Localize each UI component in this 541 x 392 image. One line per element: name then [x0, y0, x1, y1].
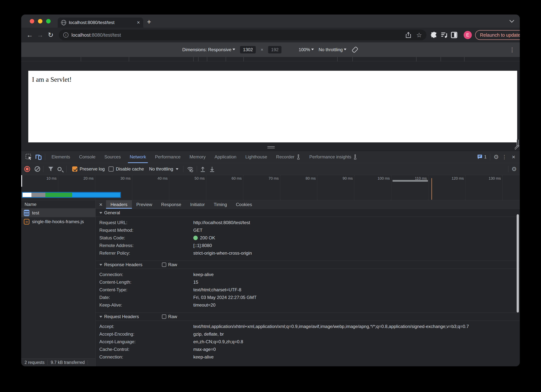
clear-network-log-icon[interactable]	[35, 166, 40, 172]
details-tab-headers[interactable]: Headers	[106, 200, 132, 209]
tab-lighthouse[interactable]: Lighthouse	[241, 151, 272, 163]
share-icon[interactable]	[406, 32, 411, 38]
request-row-script[interactable]: ‹› single-file-hooks-frames.js	[21, 217, 95, 226]
request-list-name-header[interactable]: Name	[21, 200, 95, 209]
import-har-icon[interactable]	[200, 166, 206, 172]
profile-avatar[interactable]: E	[464, 31, 472, 39]
devtools-close-icon[interactable]: ×	[510, 154, 517, 160]
details-close-icon[interactable]: ×	[96, 200, 106, 209]
viewport-corner-resize-handle[interactable]	[515, 145, 520, 150]
filter-funnel-icon[interactable]	[48, 166, 54, 172]
devtools-settings-gear-icon[interactable]: ⚙	[494, 153, 499, 160]
tab-sources[interactable]: Sources	[100, 151, 125, 163]
media-controls-icon[interactable]	[441, 32, 451, 38]
zoom-select[interactable]: 100%	[299, 47, 314, 52]
rotate-viewport-icon[interactable]	[351, 46, 359, 53]
section-response-headers[interactable]: Response Headers Raw	[99, 261, 520, 269]
tab-performance[interactable]: Performance	[151, 151, 185, 163]
viewport-width-input[interactable]: 1302	[240, 46, 256, 53]
section-collapse-triangle-icon[interactable]	[99, 316, 102, 319]
tab-search-chevron-icon[interactable]	[509, 18, 514, 22]
globe-icon	[61, 20, 66, 25]
details-tab-initiator[interactable]: Initiator	[186, 200, 209, 209]
request-details-panel: × Headers Preview Response Initiator Tim…	[96, 200, 520, 366]
network-overview-timeline[interactable]: 10 ms 20 ms 30 ms 40 ms 50 ms 60 ms 70 m…	[21, 175, 520, 200]
device-toolbar-menu-icon[interactable]: ⋮	[509, 47, 515, 53]
details-tab-response[interactable]: Response	[157, 200, 186, 209]
site-info-icon[interactable]: i	[63, 32, 68, 38]
chevron-down-icon	[344, 49, 346, 52]
section-general[interactable]: General	[99, 209, 520, 217]
browser-tab[interactable]: localhost:8080/test/test ×	[58, 17, 143, 27]
device-toolbar: Dimensions: Responsive 1302 × 192 100% N…	[21, 42, 520, 57]
address-bar[interactable]: i localhost:8080/test/test ☆	[59, 30, 427, 40]
window-controls[interactable]	[30, 19, 51, 23]
chevron-down-icon	[176, 168, 178, 171]
tab-close-icon[interactable]: ×	[137, 20, 140, 25]
tab-recorder[interactable]: Recorder	[272, 151, 305, 163]
header-row: Connection:keep-alive	[99, 271, 520, 278]
tab-memory[interactable]: Memory	[185, 151, 210, 163]
checkbox-unchecked-icon[interactable]	[109, 166, 114, 172]
issues-bubble-icon	[477, 154, 483, 160]
header-row: Remote Address:[::1]:8080	[99, 242, 520, 249]
preserve-log-checkbox[interactable]: Preserve log	[72, 166, 105, 172]
toggle-device-toolbar-icon[interactable]	[33, 153, 43, 161]
close-window-button[interactable]	[30, 19, 34, 23]
tab-network[interactable]: Network	[125, 151, 151, 163]
request-row-test[interactable]: test	[21, 209, 95, 217]
network-settings-gear-icon[interactable]: ⚙	[511, 166, 517, 172]
throttling-select[interactable]: No throttling	[319, 47, 346, 52]
devtools-tabbar: Elements Console Sources Network Perform…	[21, 151, 520, 163]
waterfall-bar-script[interactable]	[393, 180, 428, 182]
waterfall-bar-test[interactable]	[22, 192, 121, 198]
search-icon[interactable]	[57, 167, 62, 171]
back-button[interactable]: ←	[25, 31, 35, 39]
details-tab-cookies[interactable]: Cookies	[231, 200, 257, 209]
details-tabbar: × Headers Preview Response Initiator Tim…	[96, 200, 520, 209]
flask-icon	[353, 154, 357, 160]
new-tab-button[interactable]: +	[147, 18, 151, 26]
disable-cache-checkbox[interactable]: Disable cache	[109, 166, 144, 172]
viewport-height-drag-handle[interactable]	[267, 146, 275, 149]
bookmark-star-icon[interactable]: ☆	[416, 31, 422, 39]
reload-button[interactable]: ↻	[45, 31, 56, 39]
tab-console[interactable]: Console	[75, 151, 100, 163]
header-row: Date:Fri, 03 May 2024 22:27:05 GMT	[99, 293, 520, 301]
extensions-puzzle-icon[interactable]	[431, 32, 441, 38]
chevron-down-icon	[311, 49, 314, 52]
checkbox-checked-icon[interactable]	[72, 166, 77, 172]
issues-counter[interactable]: 1	[477, 154, 486, 160]
section-collapse-triangle-icon[interactable]	[99, 264, 102, 267]
section-request-headers[interactable]: Request Headers Raw	[99, 313, 520, 320]
details-scrollbar[interactable]	[517, 214, 519, 313]
network-lower-split: Name test ‹› single-file-hooks-frames.js…	[21, 200, 520, 366]
tab-application[interactable]: Application	[210, 151, 241, 163]
timeline-tick: 60 ms	[206, 175, 243, 200]
dimensions-multiply: ×	[261, 47, 263, 52]
tab-performance-insights[interactable]: Performance insights	[305, 151, 362, 163]
zoom-window-button[interactable]	[46, 19, 51, 23]
checkbox-unchecked-icon[interactable]	[162, 262, 166, 267]
minimize-window-button[interactable]	[38, 19, 42, 23]
tab-elements[interactable]: Elements	[47, 151, 75, 163]
inspect-element-icon[interactable]	[24, 153, 33, 161]
details-tab-preview[interactable]: Preview	[132, 200, 157, 209]
request-raw-checkbox[interactable]: Raw	[162, 314, 177, 319]
response-raw-checkbox[interactable]: Raw	[162, 262, 177, 267]
relaunch-to-update-button[interactable]: Relaunch to update	[475, 30, 520, 40]
side-panel-icon[interactable]	[451, 32, 461, 38]
details-tab-timing[interactable]: Timing	[209, 200, 231, 209]
viewport-height-input[interactable]: 192	[268, 46, 281, 53]
record-network-log-button[interactable]	[24, 166, 30, 172]
section-collapse-triangle-icon[interactable]	[99, 212, 102, 215]
devtools-menu-kebab-icon[interactable]: ⋮	[500, 154, 509, 160]
network-throttling-select[interactable]: No throttling	[149, 166, 178, 172]
page-viewport[interactable]: I am a Servlet!	[28, 71, 517, 142]
forward-button[interactable]: →	[35, 31, 45, 39]
export-har-icon[interactable]	[209, 166, 215, 172]
network-conditions-icon[interactable]	[186, 166, 194, 172]
checkbox-unchecked-icon[interactable]	[162, 314, 166, 319]
status-ok-dot-icon	[193, 236, 198, 240]
dimensions-select[interactable]: Dimensions: Responsive	[182, 47, 235, 52]
